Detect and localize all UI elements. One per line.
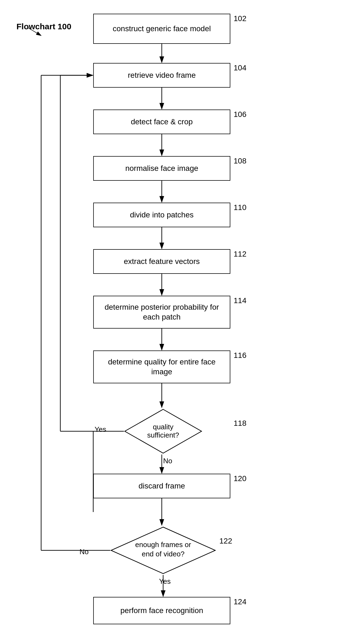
svg-text:end of video?: end of video? <box>142 550 185 558</box>
label-110: 110 <box>234 203 246 212</box>
label-104: 104 <box>234 64 246 72</box>
label-106: 106 <box>234 110 246 119</box>
box-face-recognition: perform face recognition <box>93 597 230 624</box>
label-112: 112 <box>234 250 246 258</box>
label-122: 122 <box>219 537 232 545</box>
diamond-frames: enough frames or end of video? <box>110 526 217 576</box>
box-normalise: normalise face image <box>93 156 230 181</box>
label-120: 120 <box>234 474 246 483</box>
label-118: 118 <box>234 419 246 428</box>
box-detect-face: detect face & crop <box>93 110 230 134</box>
svg-text:sufficient?: sufficient? <box>147 431 179 439</box>
svg-text:quality: quality <box>153 423 173 431</box>
label-no-quality: No <box>163 457 172 465</box>
label-yes-frames: Yes <box>159 577 171 586</box>
label-114: 114 <box>234 296 246 305</box>
label-yes-quality: Yes <box>95 425 106 434</box>
box-discard: discard frame <box>93 474 230 498</box>
box-construct-model: construct generic face model <box>93 14 230 44</box>
label-124: 124 <box>234 597 246 606</box>
flowchart-diagram: Flowchart 100 construct generic face mod… <box>0 0 340 644</box>
label-108: 108 <box>234 157 246 165</box>
box-extract-features: extract feature vectors <box>93 249 230 274</box>
diagram-label: Flowchart 100 <box>16 22 71 31</box>
box-divide-patches: divide into patches <box>93 203 230 227</box>
diamond-quality: quality sufficient? <box>123 408 203 456</box>
box-posterior-prob: determine posterior probability for each… <box>93 296 230 329</box>
label-116: 116 <box>234 351 246 360</box>
svg-text:enough frames or: enough frames or <box>135 540 191 549</box>
box-quality-face: determine quality for entire face image <box>93 350 230 383</box>
label-no-frames: No <box>80 548 89 556</box>
label-102: 102 <box>234 14 246 23</box>
box-retrieve-frame: retrieve video frame <box>93 63 230 88</box>
